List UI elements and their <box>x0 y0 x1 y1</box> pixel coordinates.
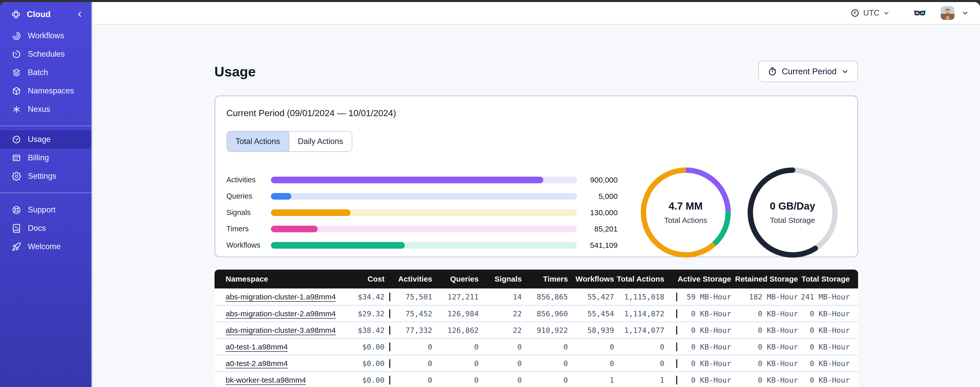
timezone-selector[interactable]: UTC <box>850 8 890 18</box>
sidebar-item-docs[interactable]: Docs <box>0 219 91 237</box>
sidebar-item-namespaces[interactable]: Namespaces <box>0 82 91 100</box>
glasses-icon <box>913 6 926 20</box>
table-cell: 77,332 <box>389 326 432 335</box>
table-cell: 22 <box>479 326 522 335</box>
sidebar-item-support[interactable]: Support <box>0 201 91 219</box>
table-cell: 75,452 <box>389 309 432 318</box>
table-cell: 0 KB-Hour <box>731 342 798 351</box>
bar-value: 541,109 <box>577 241 618 249</box>
namespace-link[interactable]: a0-test-1.a98mm4 <box>226 342 288 351</box>
table-cell: 1 <box>568 376 614 384</box>
table-cell: 241 MB-Hour <box>798 293 858 301</box>
sidebar-item-label: Support <box>28 205 56 214</box>
billing-card-icon <box>12 153 21 163</box>
table-cell: 0 <box>389 342 432 351</box>
dev-mode-toggle[interactable] <box>913 6 926 20</box>
table-header-cell: Workflows <box>568 275 614 283</box>
usage-summary-card: Current Period (09/01/2024 — 10/01/2024)… <box>215 96 858 257</box>
sidebar-item-label: Schedules <box>28 50 65 59</box>
namespace-link[interactable]: bk-worker-test.a98mm4 <box>226 376 306 384</box>
user-menu[interactable] <box>941 6 969 20</box>
bar-track <box>271 193 577 200</box>
table-cell: 0 <box>614 359 676 368</box>
table-header-cell: Namespace <box>215 275 337 283</box>
sidebar-item-label: Usage <box>28 135 51 144</box>
sidebar-item-billing[interactable]: Billing <box>0 149 91 167</box>
namespace-link[interactable]: a0-test-2.a98mm4 <box>226 359 288 368</box>
bar-label: Timers <box>226 225 271 233</box>
usage-card-title: Current Period (09/01/2024 — 10/01/2024) <box>226 108 846 118</box>
table-cell: 0 <box>568 359 614 368</box>
welcome-rocket-icon <box>12 242 21 251</box>
table-row: bk-worker-test.a98mm4$0.000000110 KB-Hou… <box>215 371 858 387</box>
topbar: UTC <box>92 2 980 24</box>
sidebar-item-usage[interactable]: Usage <box>0 130 91 149</box>
stopwatch-icon <box>767 67 777 76</box>
table-cell: 0 KB-Hour <box>731 376 798 384</box>
sidebar-item-label: Batch <box>28 68 48 77</box>
table-cell: 1,174,077 <box>614 326 676 335</box>
table-cell: 856,960 <box>522 309 568 318</box>
namespace-link[interactable]: abs-migration-cluster-2.a98mm4 <box>226 309 336 318</box>
table-cell: 0 KB-Hour <box>676 359 731 368</box>
sidebar-brand[interactable]: Cloud <box>0 2 91 27</box>
table-cell: 0 <box>522 376 568 384</box>
table-cell: 55,427 <box>568 293 614 301</box>
sidebar-item-settings[interactable]: Settings <box>0 167 91 186</box>
namespaces-cube-icon <box>12 86 21 96</box>
sidebar-group-account: Usage Billing Settings <box>0 126 91 186</box>
tab-total-actions[interactable]: Total Actions <box>227 131 289 151</box>
sidebar-item-schedules[interactable]: Schedules <box>0 45 91 63</box>
table-header-cell: Total Actions <box>614 275 676 283</box>
bar-track <box>271 209 577 216</box>
table-cell: 0 <box>389 359 432 368</box>
actions-tab-group: Total Actions Daily Actions <box>226 131 353 152</box>
table-cell: 1,114,872 <box>614 309 676 318</box>
bar-value: 900,000 <box>577 176 618 184</box>
sidebar-item-label: Namespaces <box>28 86 74 96</box>
table-cell: 22 <box>479 309 522 318</box>
page-title: Usage <box>215 64 256 79</box>
table-cell: 0 <box>432 342 479 351</box>
bar-value: 130,000 <box>577 208 618 217</box>
table-row: a0-test-2.a98mm4$0.000000000 KB-Hour0 KB… <box>215 355 858 371</box>
chevron-down-icon <box>883 10 890 16</box>
table-header-cell: Signals <box>479 275 522 283</box>
workflows-icon <box>12 31 21 41</box>
usage-bar-row: Workflows541,109 <box>226 242 618 249</box>
sidebar-item-label: Docs <box>28 224 46 233</box>
table-cell: 0 KB-Hour <box>731 359 798 368</box>
bar-value: 5,000 <box>577 192 618 201</box>
table-cell: 127,211 <box>432 293 479 301</box>
period-selector-button[interactable]: Current Period <box>758 61 858 82</box>
sidebar-item-batch[interactable]: Batch <box>0 63 91 82</box>
namespace-cell: a0-test-1.a98mm4 <box>215 342 337 351</box>
sidebar-item-nexus[interactable]: Nexus <box>0 100 91 118</box>
namespace-link[interactable]: abs-migration-cluster-3.a98mm4 <box>226 326 336 334</box>
clock-icon <box>850 8 860 18</box>
tab-daily-actions[interactable]: Daily Actions <box>289 131 352 151</box>
bar-track <box>271 225 577 232</box>
namespace-cell: abs-migration-cluster-2.a98mm4 <box>215 309 337 318</box>
sidebar-group-help: Support Docs Welcome <box>0 193 91 256</box>
support-lifebuoy-icon <box>12 205 21 215</box>
namespace-usage-table: NamespaceCostActivitiesQueriesSignalsTim… <box>215 270 858 387</box>
table-cell: 14 <box>479 293 522 301</box>
table-cell: 0 KB-Hour <box>676 376 731 384</box>
table-header-cell: Active Storage <box>676 275 731 283</box>
donut-center: 0 GB/Day Total Storage <box>746 166 839 259</box>
table-cell: 0 <box>479 376 522 384</box>
bar-fill <box>271 193 291 200</box>
table-cell: 0 KB-Hour <box>676 342 731 351</box>
table-header-cell: Queries <box>432 275 479 283</box>
namespace-link[interactable]: abs-migration-cluster-1.a98mm4 <box>226 293 336 301</box>
namespace-cell: abs-migration-cluster-1.a98mm4 <box>215 293 337 301</box>
table-cell: 1 <box>614 376 676 384</box>
bar-fill <box>271 177 543 183</box>
bar-track <box>271 177 577 183</box>
table-cell: 55,454 <box>568 309 614 318</box>
sidebar-item-welcome[interactable]: Welcome <box>0 237 91 256</box>
table-cell: 0 KB-Hour <box>676 309 731 318</box>
sidebar-item-workflows[interactable]: Workflows <box>0 27 91 45</box>
sidebar-collapse-button[interactable] <box>76 10 84 18</box>
